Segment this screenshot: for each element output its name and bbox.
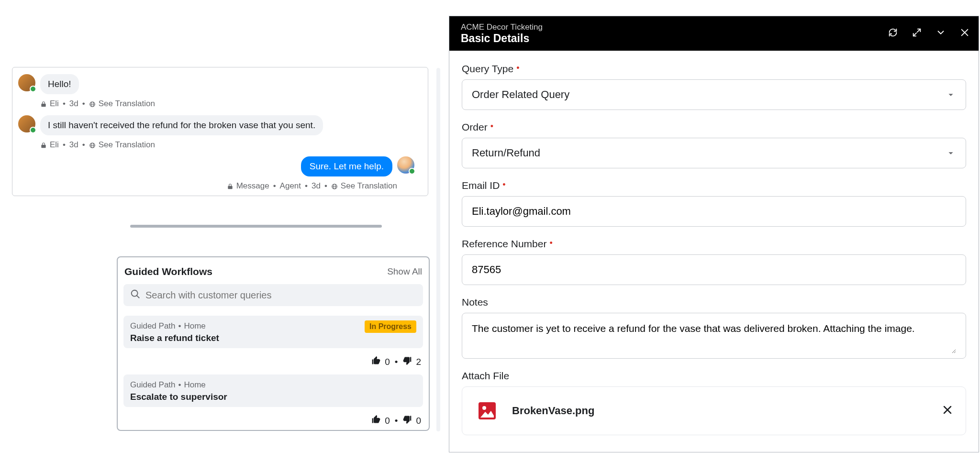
workflow-crumbs: Guided Path Home [130,380,416,390]
field-label-notes: Notes [462,297,966,308]
chevron-down-icon [946,89,956,100]
close-icon[interactable] [959,27,970,40]
refresh-icon[interactable] [888,27,898,40]
message-badge: Message [236,181,269,191]
field-label-attach: Attach File [462,370,966,382]
message-author: Eli [50,140,59,150]
ref-field-wrap [462,254,966,285]
message-meta: Eli 3d See Translation [40,140,419,150]
guided-workflows-title: Guided Workflows [124,266,212,277]
workflow-search-input[interactable] [145,290,416,301]
app-name: ACME Decor Ticketing [461,22,543,32]
attachment-filename: BrokenVase.png [512,405,594,417]
email-field-wrap [462,196,966,227]
presence-dot [30,127,36,133]
message-meta: Message Agent 3d See Translation [18,181,397,191]
field-label-query-type: Query Type• [462,63,966,75]
chat-message: Sure. Let me help. [18,156,419,176]
message-time: 3d [69,99,78,109]
query-type-value: Order Related Query [472,88,569,101]
avatar [397,156,414,174]
globe-icon [89,142,96,148]
message-text: Sure. Let me help. [310,161,384,171]
ticket-panel: ACME Decor Ticketing Basic Details Query… [449,16,979,452]
guided-workflows-panel: Guided Workflows Show All In Progress Gu… [117,256,430,431]
workflow-crumbs: Guided Path Home [130,321,365,331]
order-value: Return/Refund [472,147,540,159]
see-translation-link[interactable]: See Translation [341,181,397,191]
workflow-card[interactable]: Guided Path Home Escalate to supervisor [123,374,423,407]
avatar [18,74,35,91]
message-text: I still haven't received the refund for … [48,120,315,130]
see-translation-link[interactable]: See Translation [99,140,155,150]
workflow-votes: 0 0 [123,410,423,433]
order-select[interactable]: Return/Refund [462,138,966,168]
expand-icon[interactable] [912,27,922,40]
show-all-link[interactable]: Show All [387,266,422,277]
upvote-count: 0 [385,416,390,426]
field-label-order: Order• [462,121,966,133]
resize-divider[interactable] [130,225,382,228]
status-badge: In Progress [365,320,416,333]
search-icon [130,289,141,301]
presence-dot [409,168,415,175]
message-author: Eli [50,99,59,109]
lock-icon [227,183,234,189]
lock-icon [40,142,47,148]
thumbs-up-icon[interactable] [371,415,381,427]
ticket-header: ACME Decor Ticketing Basic Details [449,16,979,51]
notes-field[interactable] [472,322,956,353]
svg-point-1 [482,406,486,410]
thumbs-down-icon[interactable] [402,356,412,368]
globe-icon [89,100,96,107]
scrollbar[interactable] [436,68,440,431]
avatar [18,115,35,132]
message-time: 3d [312,181,321,191]
presence-dot [30,86,36,92]
workflow-title: Raise a refund ticket [130,333,416,343]
message-text: Hello! [48,79,71,89]
message-meta: Eli 3d See Translation [40,99,419,109]
message-author: Agent [280,181,301,191]
message-time: 3d [69,140,78,150]
image-file-icon [475,398,500,423]
chevron-down-icon [946,148,956,158]
chat-transcript: Hello! Eli 3d See Translation I still ha… [12,67,428,196]
remove-attachment-button[interactable] [942,404,953,418]
attachment-card: BrokenVase.png [462,386,966,435]
thumbs-down-icon[interactable] [402,415,412,427]
downvote-count: 0 [416,416,421,426]
upvote-count: 0 [385,357,390,367]
field-label-email: Email ID• [462,180,966,191]
reference-number-field[interactable] [472,264,956,276]
chevron-down-icon[interactable] [935,27,946,40]
query-type-select[interactable]: Order Related Query [462,79,966,110]
thumbs-up-icon[interactable] [371,356,381,368]
see-translation-link[interactable]: See Translation [99,99,155,109]
globe-icon [331,183,338,189]
email-field[interactable] [472,205,956,218]
chat-message: Hello! [18,74,419,94]
section-title: Basic Details [461,32,543,45]
workflow-votes: 0 2 [123,351,423,374]
chat-message: I still haven't received the refund for … [18,115,419,135]
workflow-title: Escalate to supervisor [130,392,416,402]
message-bubble: I still haven't received the refund for … [40,115,323,135]
lock-icon [40,100,47,107]
workflow-card[interactable]: In Progress Guided Path Home Raise a ref… [123,316,423,348]
field-label-ref: Reference Number• [462,238,966,250]
message-bubble: Hello! [40,74,79,94]
workflow-search[interactable] [123,284,423,306]
downvote-count: 2 [416,357,421,367]
message-bubble: Sure. Let me help. [301,156,392,176]
notes-field-wrap [462,313,966,359]
